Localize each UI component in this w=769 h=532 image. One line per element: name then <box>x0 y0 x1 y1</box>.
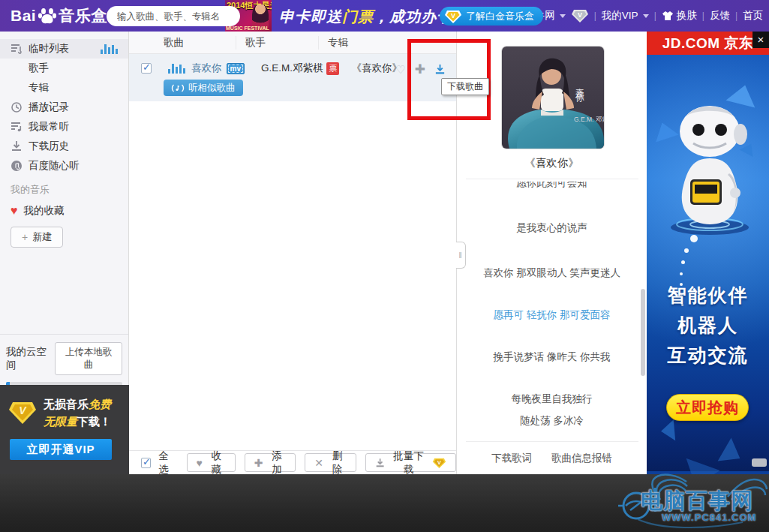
album-cover[interactable]: 喜欢你 G.E.M. 邓紫棋 <box>502 47 604 149</box>
vip-promo-panel: V 无损音乐免费 无限量下载！ 立即开通VIP <box>0 385 129 474</box>
vip-line2-em: 无限量 <box>44 415 77 428</box>
shirt-icon <box>662 11 674 21</box>
lyric-line: 是我衷心的说声 <box>457 221 647 235</box>
robot-illustration <box>663 98 756 237</box>
buy-now-button[interactable]: 立即抢购 <box>666 394 749 421</box>
lyrics-viewport: 愿你此刻可会知 是我衷心的说声 喜欢你 那双眼动人 笑声更迷人 愿再可 轻抚你 … <box>457 182 647 440</box>
link-home-label: 首页 <box>743 9 763 23</box>
history-clock-icon <box>11 101 23 113</box>
triangle-decoration <box>718 437 747 470</box>
banner-highlight: 门票 <box>342 8 374 25</box>
listen-similar-label: 听相似歌曲 <box>188 82 236 95</box>
cloud-space-label: 我的云空间 <box>6 345 55 372</box>
favorite-button[interactable]: ♥ 收藏 <box>187 453 236 472</box>
ad-close-button[interactable]: × <box>752 32 769 48</box>
gold-diamond-icon: V <box>8 400 38 425</box>
upload-local-songs-button[interactable]: 上传本地歌曲 <box>55 342 122 375</box>
triangle-decoration <box>660 419 675 441</box>
add-label: 添加 <box>268 449 287 476</box>
sidebar-item-most-played[interactable]: 我最常听 <box>0 117 128 137</box>
sidebar-item-baidu-radio[interactable]: 百度随心听 <box>0 156 128 176</box>
jd-brand-text: JD.COM 京东 <box>662 34 754 53</box>
svg-text:V: V <box>437 459 441 465</box>
column-song[interactable]: 歌曲 <box>129 36 236 50</box>
jd-ad-banner[interactable]: JD.COM 京东 × <box>647 32 769 474</box>
song-row[interactable]: 喜欢你 mv G.E.M.邓紫棋 票 《喜欢你》 ♡ ✚ <box>129 54 456 101</box>
lyrics-scrollbar[interactable] <box>641 289 645 376</box>
ad-info-chip[interactable] <box>752 458 767 467</box>
lyric-line: 愿你此刻可会知 <box>457 182 647 190</box>
logo-text-suffix: 音乐盒 <box>59 5 107 26</box>
sidebar-item-albums[interactable]: 专辑 <box>0 78 128 98</box>
sidebar-item-play-history[interactable]: 播放记录 <box>0 98 128 117</box>
x-icon: ✕ <box>314 458 323 468</box>
delete-button[interactable]: ✕ 删除 <box>305 453 356 472</box>
ad-text-line3: 互动交流 <box>647 343 769 368</box>
report-song-info-link[interactable]: 歌曲信息报错 <box>551 452 612 465</box>
song-artist[interactable]: G.E.M.邓紫棋 <box>261 62 323 75</box>
select-all[interactable]: 全选 <box>141 449 178 476</box>
vip-diamond-icon: V <box>432 457 446 469</box>
batch-toolbar: 全选 ♥ 收藏 ✚ 添加 ✕ 删除 批量下载 V <box>129 450 456 474</box>
add-button[interactable]: ✚ 添加 <box>245 453 296 472</box>
sidebar-item-label: 临时列表 <box>29 42 69 56</box>
app-logo[interactable]: Bai 音乐盒 <box>11 5 107 26</box>
download-lyrics-link[interactable]: 下载歌词 <box>491 452 532 465</box>
my-music-header: 我的音乐 <box>0 176 128 201</box>
sidebar-item-label: 播放记录 <box>29 101 69 114</box>
jd-ad-header: JD.COM 京东 <box>647 32 769 55</box>
sidebar-item-favorites[interactable]: ♥ 我的收藏 <box>0 201 128 221</box>
sidebar-item-download-history[interactable]: 下载历史 <box>0 137 128 156</box>
favorite-heart-icon[interactable]: ♡ <box>395 63 405 77</box>
download-icon <box>375 458 385 468</box>
ad-text-line2: 机器人 <box>647 313 769 338</box>
song-album[interactable]: 《喜欢你》 <box>351 62 402 75</box>
search-input[interactable] <box>117 11 238 22</box>
silver-diamond-icon[interactable]: V <box>571 8 589 23</box>
link-my-vip-label: 我的VIP <box>602 9 638 23</box>
divider <box>466 179 638 179</box>
sidebar-item-label: 歌手 <box>29 62 49 75</box>
svg-text:V: V <box>451 12 455 20</box>
add-to-playlist-icon[interactable]: ✚ <box>415 62 425 77</box>
search-box[interactable] <box>107 6 240 26</box>
platinum-box-label: 了解白金音乐盒 <box>466 10 534 23</box>
column-artist[interactable]: 歌手 <box>236 36 319 50</box>
album-title: 《喜欢你》 <box>457 156 647 170</box>
link-home[interactable]: 首页 <box>743 9 763 23</box>
download-tooltip: 下载歌曲 <box>441 78 489 95</box>
link-change-skin[interactable]: 换肤 <box>662 9 697 23</box>
batch-download-button[interactable]: 批量下载 V <box>365 453 456 472</box>
select-all-checkbox[interactable] <box>141 458 151 468</box>
link-feedback[interactable]: 反馈 <box>710 9 730 23</box>
vip-line1-em: 免费 <box>89 398 111 410</box>
top-bar: Bai 音乐盒 2014恒大星光 MUSIC FESTIVAL 申卡即送门票，成… <box>0 0 769 32</box>
column-album[interactable]: 专辑 <box>319 36 409 50</box>
listen-similar-button[interactable]: 听相似歌曲 <box>164 80 243 96</box>
song-title[interactable]: 喜欢你 <box>191 62 222 75</box>
lyric-line: 随处荡 多冰冷 <box>457 414 647 428</box>
sidebar-item-temp-list[interactable]: 临时列表 <box>0 39 128 59</box>
link-change-skin-label: 换肤 <box>677 9 697 23</box>
link-my-vip[interactable]: 我的VIP <box>602 9 649 23</box>
chevron-down-icon <box>560 14 566 18</box>
delete-label: 删除 <box>328 449 347 476</box>
sidebar-item-artists[interactable]: 歌手 <box>0 59 128 78</box>
lyric-line-active: 愿再可 轻抚你 那可爱面容 <box>457 308 647 322</box>
ticket-badge[interactable]: 票 <box>326 62 339 75</box>
row-checkbox[interactable] <box>141 63 152 74</box>
now-playing-eq-icon <box>101 44 118 54</box>
list-header: 歌曲 歌手 专辑 <box>129 32 456 54</box>
download-song-icon[interactable] <box>434 64 446 75</box>
sidebar-item-label: 专辑 <box>29 81 49 95</box>
playlist-icon <box>11 43 23 55</box>
open-vip-button[interactable]: 立即开通VIP <box>10 439 112 460</box>
sidebar-item-label: 我最常听 <box>29 120 69 134</box>
playing-eq-icon <box>168 64 185 74</box>
chevron-down-icon <box>643 14 649 18</box>
mv-badge[interactable]: mv <box>227 63 245 74</box>
new-playlist-button[interactable]: + 新建 <box>11 227 63 248</box>
new-playlist-label: 新建 <box>32 230 52 244</box>
platinum-box-button[interactable]: V 了解白金音乐盒 <box>440 7 543 26</box>
separator: | <box>594 11 596 21</box>
